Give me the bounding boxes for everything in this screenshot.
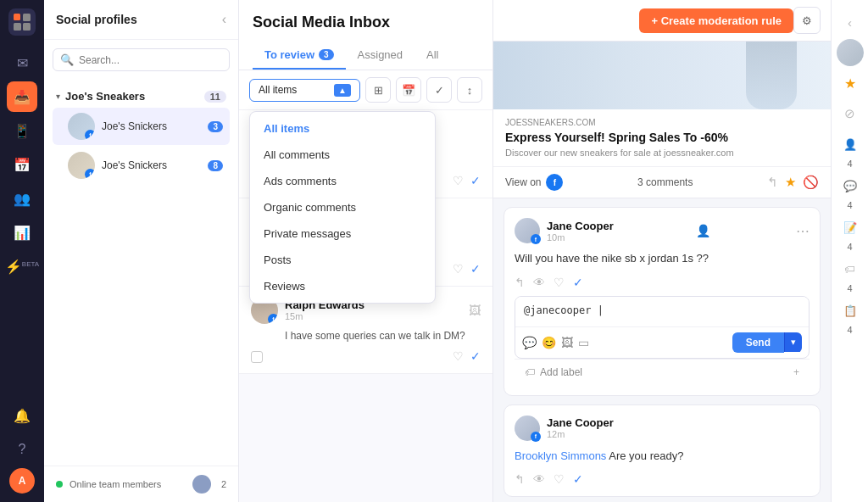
nav-send-icon[interactable]: ✉	[7, 47, 37, 78]
comment-name-1: Jane Cooper	[547, 220, 614, 232]
reply-sticker-icon[interactable]: 😊	[542, 336, 556, 349]
post-title: Express Yourself! Spring Sales To -60%	[505, 131, 819, 144]
fb-badge-2: f	[85, 169, 95, 179]
profile-item-2[interactable]: f Joe's Snickers 8	[53, 147, 230, 184]
far-right-panel: ‹ ★ ⊘ 👤 4 💬 4 📝 4 🏷 4 📋 4	[831, 0, 868, 502]
check-icon-2[interactable]: ✓	[573, 472, 583, 486]
account-name: Joe's Sneakers	[65, 90, 145, 103]
svg-rect-0	[14, 14, 20, 20]
like-icon-1[interactable]: ♡	[554, 276, 565, 289]
fr-icon-4[interactable]: 🏷	[837, 255, 864, 282]
nav-user-avatar[interactable]: A	[9, 468, 35, 494]
reply-gif-icon[interactable]: ▭	[578, 336, 589, 349]
tab-to-review[interactable]: To review 3	[253, 42, 346, 70]
comment-time-2: 12m	[547, 429, 614, 439]
dropdown-item-ads-comments[interactable]: Ads comments	[250, 168, 435, 194]
comment-time-1: 10m	[547, 232, 614, 243]
search-icon: 🔍	[60, 53, 74, 66]
inbox-panel: Social Media Inbox To review 3 Assigned …	[239, 0, 493, 502]
post-description: Discover our new sneakers for sale at jo…	[505, 148, 819, 158]
view-on[interactable]: View on f	[505, 174, 563, 191]
hide-icon-2[interactable]: 👁	[533, 472, 545, 486]
reply-icon-1[interactable]: ↰	[515, 276, 525, 289]
back-icon[interactable]: ‹	[837, 8, 864, 36]
send-button[interactable]: Send	[732, 332, 784, 353]
nav-help-icon[interactable]: ?	[7, 434, 37, 465]
nav-inbox-icon[interactable]: 📥	[7, 81, 37, 112]
msg-check-icon-3[interactable]: ✓	[470, 349, 481, 363]
share-icon[interactable]: ↰	[767, 175, 778, 190]
app-logo	[8, 8, 36, 36]
calendar-filter-btn[interactable]: 📅	[396, 77, 421, 103]
check-icon-1[interactable]: ✓	[573, 276, 583, 289]
reply-icon-2[interactable]: ↰	[515, 472, 525, 486]
dropdown-item-reviews[interactable]: Reviews	[250, 273, 435, 299]
fr-star-icon[interactable]: ★	[837, 70, 864, 97]
dropdown-item-private-messages[interactable]: Private messages	[250, 220, 435, 247]
comment-text-2: Brooklyn Simmons Are you ready?	[515, 448, 810, 465]
fr-count-2: 4	[847, 200, 852, 210]
nav-automation-icon[interactable]: ⚡ BETA	[7, 251, 37, 282]
nav-users-icon[interactable]: 👥	[7, 183, 37, 214]
nav-calendar-icon[interactable]: 📅	[7, 149, 37, 180]
filter-dropdown[interactable]: All items ▲	[249, 79, 360, 102]
hide-icon-1[interactable]: 👁	[533, 276, 545, 289]
comments-area: f Jane Cooper 10m 👤 ⋯ Will you have the …	[493, 198, 831, 502]
tab-assigned[interactable]: Assigned	[346, 42, 415, 70]
comment-menu-1[interactable]: ⋯	[796, 223, 810, 239]
reply-input-1[interactable]: @janecooper |	[515, 297, 809, 324]
tab-all[interactable]: All	[415, 42, 450, 70]
inbox-tabs: To review 3 Assigned All	[253, 42, 479, 70]
block-icon[interactable]: 🚫	[803, 175, 819, 190]
sidebar-search-container: 🔍	[53, 48, 230, 71]
add-label-area[interactable]: 🏷 Add label +	[515, 359, 810, 385]
nav-notifications-icon[interactable]: 🔔	[7, 400, 37, 431]
like-icon-2[interactable]: ♡	[554, 472, 565, 486]
fr-icon-1[interactable]: 👤	[837, 131, 864, 158]
fr-icon-3[interactable]: 📝	[837, 214, 864, 241]
profile-name-1: Joe's Snickers	[102, 120, 201, 132]
profile-name-2: Joe's Snickers	[102, 159, 201, 171]
msg-check-icon-2[interactable]: ✓	[470, 262, 481, 276]
send-dropdown-arrow[interactable]: ▾	[784, 332, 802, 352]
fb-badge-1: f	[85, 130, 95, 140]
sidebar-collapse-icon[interactable]: ‹	[222, 12, 226, 27]
msg-image-icon-3: 🖼	[469, 304, 481, 317]
fr-block-icon[interactable]: ⊘	[837, 100, 864, 127]
msg-checkbox-3[interactable]	[251, 351, 263, 363]
top-header: + Create moderation rule ⚙	[493, 0, 831, 42]
search-input[interactable]	[79, 54, 222, 66]
dropdown-item-all-comments[interactable]: All comments	[250, 142, 435, 168]
fr-icon-2[interactable]: 💬	[837, 172, 864, 199]
fr-icon-5[interactable]: 📋	[837, 297, 864, 324]
msg-check-icon-1[interactable]: ✓	[470, 174, 481, 187]
account-group-header[interactable]: ▾ Joe's Sneakers 11	[53, 86, 230, 106]
comment-card-2: f Jane Cooper 12m Brooklyn Simmons Are y…	[504, 404, 821, 498]
dropdown-item-organic-comments[interactable]: Organic comments	[250, 194, 435, 220]
msg-like-icon-3[interactable]: ♡	[453, 349, 464, 363]
inbox-title: Social Media Inbox	[253, 14, 479, 31]
create-rule-button[interactable]: + Create moderation rule	[639, 8, 793, 33]
nav-mobile-icon[interactable]: 📱	[7, 115, 37, 146]
check-filter-btn[interactable]: ✓	[426, 77, 452, 103]
msg-like-icon-2[interactable]: ♡	[453, 262, 464, 276]
image-filter-btn[interactable]: ⊞	[365, 77, 391, 103]
post-image	[493, 42, 831, 109]
settings-button[interactable]: ⚙	[793, 7, 821, 34]
assign-icon-1[interactable]: 👤	[696, 224, 710, 237]
dropdown-item-posts[interactable]: Posts	[250, 247, 435, 273]
comment-text-after-mention: Are you ready?	[606, 449, 683, 462]
reply-image-icon[interactable]: 🖼	[561, 336, 573, 349]
nav-analytics-icon[interactable]: 📊	[7, 217, 37, 248]
content-right: + Create moderation rule ⚙ JOESSNEAKERS.…	[493, 0, 831, 502]
msg-like-icon-1[interactable]: ♡	[453, 174, 464, 187]
profile-count-1: 3	[208, 121, 223, 132]
sort-btn[interactable]: ↕	[457, 77, 482, 103]
profile-item-1[interactable]: f Joe's Snickers 3	[53, 108, 230, 145]
add-label-plus-icon[interactable]: +	[793, 366, 799, 378]
filter-selected-label: All items	[259, 84, 297, 96]
star-icon[interactable]: ★	[785, 175, 796, 190]
reply-emoji-icon[interactable]: 💬	[522, 336, 537, 349]
account-badge: 11	[204, 91, 226, 103]
dropdown-item-all-items[interactable]: All items	[250, 115, 435, 142]
